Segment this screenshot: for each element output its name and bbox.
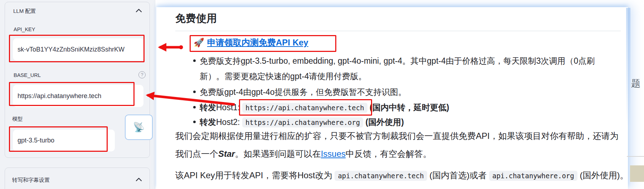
p1-mid: 。如果遇到问题可以在 [235, 149, 321, 159]
app-window: LLM 配置 API_KEY BASE_URL ? 模型 📡 转写和字幕设置 免… [0, 0, 644, 189]
model-label: 模型 [12, 116, 23, 122]
chevron-up-icon[interactable] [136, 9, 142, 13]
p2-mid: (国内首选)或者 [427, 170, 489, 180]
fetch-models-button[interactable]: 📡 [125, 115, 153, 140]
p1-star: Star [218, 149, 235, 159]
list-item-host1: 转发Host1: https://api.chatanywhere.tech (… [200, 101, 449, 114]
paragraph-host-usage: 该API Key用于转发API，需要将Host改为 api.chatanywhe… [175, 169, 628, 182]
host2-code: https://api.chatanywhere.org [242, 117, 363, 127]
background-image-sliver [630, 165, 644, 182]
host2-note: (国外使用) [366, 117, 404, 127]
llm-config-title: LLM 配置 [13, 7, 36, 15]
p2-code-org: api.chatanywhere.org [489, 171, 577, 181]
host1-bold: 转发 [200, 103, 216, 112]
satellite-antenna-icon: 📡 [133, 122, 145, 132]
host1-code: https://api.chatanywhere.tech [242, 103, 367, 113]
transcribe-expander: 转写和字幕设置 [5, 168, 150, 189]
api-key-input[interactable] [13, 38, 144, 60]
title-divider [175, 31, 621, 31]
p1-pre: 我们点一个 [175, 149, 218, 159]
transcribe-title: 转写和字幕设置 [12, 176, 50, 184]
list-item-host2: 转发Host2: https://api.chatanywhere.org (国… [200, 116, 404, 129]
p1-post: 中反馈，有空会解答。 [346, 149, 431, 159]
bullet-dot [193, 106, 196, 108]
list-item-free-models-line1: 免费版支持gpt-3.5-turbo, embedding, gpt-4o-mi… [200, 55, 595, 67]
background-divider [627, 156, 644, 157]
paragraph-expansion-line1: 我们会定期根据使用量进行相应的扩容，只要不被官方制裁我们会一直提供免费API，如… [175, 130, 619, 142]
doc-title: 免费使用 [175, 11, 217, 26]
model-input[interactable] [13, 130, 115, 151]
bullet-dot [193, 59, 196, 62]
base-url-input[interactable] [13, 85, 143, 107]
list-item-gpt4o: 免费版gpt-4由gpt-4o提供服务，但免费版暂不支持识图。 [200, 86, 406, 98]
api-key-label: API_KEY [14, 26, 35, 32]
base-url-label: BASE_URL [14, 72, 41, 78]
apply-free-api-key-link[interactable]: 申请领取内测免费API Key [207, 38, 308, 47]
chevron-up-icon[interactable] [136, 178, 142, 182]
issues-link[interactable]: Issues [321, 149, 346, 159]
host2-label: Host2: [216, 117, 242, 127]
readme-panel [156, 7, 628, 189]
rocket-icon: 🚀 [194, 37, 204, 49]
panel-edge-glow [626, 8, 630, 126]
p2-code-tech: api.chatanywhere.tech [335, 171, 427, 181]
list-item-apply: 🚀申请领取内测免费API Key [194, 37, 308, 49]
bullet-dot [193, 121, 196, 123]
list-item-free-models-line2: 新）。需要更稳定快速的gpt-4请使用付费版。 [200, 70, 366, 82]
help-question-icon[interactable]: ? [138, 71, 146, 78]
p2-post: (国外使用)。 [577, 170, 629, 180]
host1-label: Host1: [216, 103, 242, 112]
paragraph-expansion-line2: 我们点一个Star。如果遇到问题可以在Issues中反馈，有空会解答。 [175, 147, 431, 160]
sidebar: LLM 配置 API_KEY BASE_URL ? 模型 📡 转写和字幕设置 [0, 0, 155, 189]
bullet-dot [193, 91, 196, 93]
clipped-background-text: 题， [631, 77, 644, 90]
host2-bold: 转发 [200, 117, 216, 127]
p2-pre: 该API Key用于转发API，需要将Host改为 [175, 170, 335, 180]
host1-note: (国内中转，延时更低) [370, 103, 449, 112]
